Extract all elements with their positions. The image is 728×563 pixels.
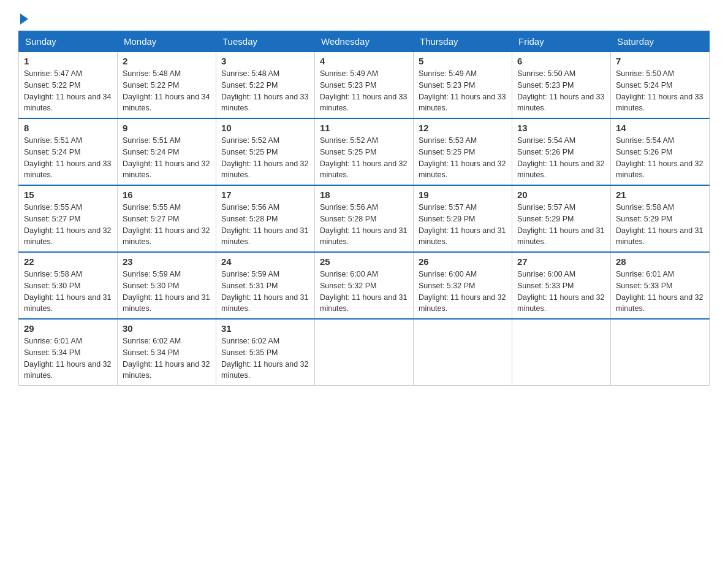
day-info: Sunrise: 5:48 AMSunset: 5:22 PMDaylight:…	[221, 69, 308, 112]
day-info: Sunrise: 5:52 AMSunset: 5:25 PMDaylight:…	[221, 136, 308, 179]
calendar-day-cell: 6 Sunrise: 5:50 AMSunset: 5:23 PMDayligh…	[512, 52, 611, 119]
day-number: 17	[221, 190, 309, 200]
day-number: 2	[123, 56, 211, 66]
calendar-week-row: 1 Sunrise: 5:47 AMSunset: 5:22 PMDayligh…	[19, 52, 710, 119]
day-info: Sunrise: 5:56 AMSunset: 5:28 PMDaylight:…	[320, 203, 407, 246]
calendar-day-cell: 28 Sunrise: 6:01 AMSunset: 5:33 PMDaylig…	[611, 252, 710, 319]
calendar-day-cell: 30 Sunrise: 6:02 AMSunset: 5:34 PMDaylig…	[118, 319, 216, 386]
calendar-day-cell: 20 Sunrise: 5:57 AMSunset: 5:29 PMDaylig…	[512, 185, 611, 252]
calendar-day-cell: 3 Sunrise: 5:48 AMSunset: 5:22 PMDayligh…	[216, 52, 315, 119]
calendar-day-cell	[315, 319, 414, 386]
day-info: Sunrise: 5:54 AMSunset: 5:26 PMDaylight:…	[517, 136, 604, 179]
calendar-day-cell: 5 Sunrise: 5:49 AMSunset: 5:23 PMDayligh…	[414, 52, 512, 119]
calendar-day-cell: 1 Sunrise: 5:47 AMSunset: 5:22 PMDayligh…	[19, 52, 118, 119]
logo	[18, 12, 28, 25]
calendar-day-cell: 31 Sunrise: 6:02 AMSunset: 5:35 PMDaylig…	[216, 319, 315, 386]
calendar-day-cell	[512, 319, 611, 386]
calendar-day-cell: 15 Sunrise: 5:55 AMSunset: 5:27 PMDaylig…	[19, 185, 118, 252]
day-number: 6	[517, 56, 605, 66]
day-number: 12	[419, 123, 507, 133]
day-number: 1	[24, 56, 112, 66]
logo-arrow-icon	[20, 13, 28, 25]
day-info: Sunrise: 5:50 AMSunset: 5:23 PMDaylight:…	[517, 69, 604, 112]
calendar-day-cell: 25 Sunrise: 6:00 AMSunset: 5:32 PMDaylig…	[315, 252, 414, 319]
calendar-day-cell: 18 Sunrise: 5:56 AMSunset: 5:28 PMDaylig…	[315, 185, 414, 252]
calendar-week-row: 8 Sunrise: 5:51 AMSunset: 5:24 PMDayligh…	[19, 118, 710, 185]
weekday-header-wednesday: Wednesday	[315, 31, 414, 52]
day-number: 11	[320, 123, 408, 133]
day-info: Sunrise: 5:49 AMSunset: 5:23 PMDaylight:…	[320, 69, 407, 112]
calendar-day-cell: 17 Sunrise: 5:56 AMSunset: 5:28 PMDaylig…	[216, 185, 315, 252]
calendar-day-cell: 16 Sunrise: 5:55 AMSunset: 5:27 PMDaylig…	[118, 185, 216, 252]
weekday-header-row: SundayMondayTuesdayWednesdayThursdayFrid…	[19, 31, 710, 52]
calendar-week-row: 15 Sunrise: 5:55 AMSunset: 5:27 PMDaylig…	[19, 185, 710, 252]
calendar-day-cell: 29 Sunrise: 6:01 AMSunset: 5:34 PMDaylig…	[19, 319, 118, 386]
day-info: Sunrise: 5:54 AMSunset: 5:26 PMDaylight:…	[616, 136, 703, 179]
day-number: 20	[517, 190, 605, 200]
day-number: 25	[320, 256, 408, 267]
day-info: Sunrise: 6:02 AMSunset: 5:34 PMDaylight:…	[123, 337, 210, 380]
calendar-week-row: 22 Sunrise: 5:58 AMSunset: 5:30 PMDaylig…	[19, 252, 710, 319]
day-number: 21	[616, 190, 704, 200]
calendar-day-cell: 27 Sunrise: 6:00 AMSunset: 5:33 PMDaylig…	[512, 252, 611, 319]
day-info: Sunrise: 5:51 AMSunset: 5:24 PMDaylight:…	[24, 136, 111, 179]
day-info: Sunrise: 5:49 AMSunset: 5:23 PMDaylight:…	[419, 69, 506, 112]
day-info: Sunrise: 5:50 AMSunset: 5:24 PMDaylight:…	[616, 69, 703, 112]
day-number: 30	[123, 323, 211, 334]
day-number: 4	[320, 56, 408, 66]
calendar-day-cell: 22 Sunrise: 5:58 AMSunset: 5:30 PMDaylig…	[19, 252, 118, 319]
page-header	[18, 12, 710, 25]
day-number: 9	[123, 123, 211, 133]
day-number: 3	[221, 56, 309, 66]
day-info: Sunrise: 5:48 AMSunset: 5:22 PMDaylight:…	[123, 69, 210, 112]
day-info: Sunrise: 6:01 AMSunset: 5:33 PMDaylight:…	[616, 270, 703, 313]
day-number: 31	[221, 323, 309, 334]
calendar-day-cell: 9 Sunrise: 5:51 AMSunset: 5:24 PMDayligh…	[118, 118, 216, 185]
calendar-day-cell: 8 Sunrise: 5:51 AMSunset: 5:24 PMDayligh…	[19, 118, 118, 185]
day-number: 16	[123, 190, 211, 200]
calendar-day-cell: 26 Sunrise: 6:00 AMSunset: 5:32 PMDaylig…	[414, 252, 512, 319]
day-info: Sunrise: 5:57 AMSunset: 5:29 PMDaylight:…	[517, 203, 604, 246]
day-number: 26	[419, 256, 507, 267]
weekday-header-saturday: Saturday	[611, 31, 710, 52]
day-number: 29	[24, 323, 112, 334]
day-info: Sunrise: 6:02 AMSunset: 5:35 PMDaylight:…	[221, 337, 308, 380]
calendar-day-cell: 19 Sunrise: 5:57 AMSunset: 5:29 PMDaylig…	[414, 185, 512, 252]
weekday-header-sunday: Sunday	[19, 31, 118, 52]
day-info: Sunrise: 5:57 AMSunset: 5:29 PMDaylight:…	[419, 203, 506, 246]
day-info: Sunrise: 6:00 AMSunset: 5:33 PMDaylight:…	[517, 270, 604, 313]
day-info: Sunrise: 5:59 AMSunset: 5:31 PMDaylight:…	[221, 270, 308, 313]
calendar-day-cell	[414, 319, 512, 386]
calendar-day-cell: 14 Sunrise: 5:54 AMSunset: 5:26 PMDaylig…	[611, 118, 710, 185]
day-info: Sunrise: 5:59 AMSunset: 5:30 PMDaylight:…	[123, 270, 210, 313]
calendar-day-cell	[611, 319, 710, 386]
calendar-day-cell: 4 Sunrise: 5:49 AMSunset: 5:23 PMDayligh…	[315, 52, 414, 119]
calendar-day-cell: 11 Sunrise: 5:52 AMSunset: 5:25 PMDaylig…	[315, 118, 414, 185]
calendar-day-cell: 2 Sunrise: 5:48 AMSunset: 5:22 PMDayligh…	[118, 52, 216, 119]
day-number: 18	[320, 190, 408, 200]
day-info: Sunrise: 6:00 AMSunset: 5:32 PMDaylight:…	[419, 270, 506, 313]
calendar-day-cell: 23 Sunrise: 5:59 AMSunset: 5:30 PMDaylig…	[118, 252, 216, 319]
day-info: Sunrise: 5:58 AMSunset: 5:30 PMDaylight:…	[24, 270, 111, 313]
weekday-header-friday: Friday	[512, 31, 611, 52]
day-number: 28	[616, 256, 704, 267]
day-info: Sunrise: 5:55 AMSunset: 5:27 PMDaylight:…	[123, 203, 210, 246]
day-info: Sunrise: 6:00 AMSunset: 5:32 PMDaylight:…	[320, 270, 407, 313]
day-number: 13	[517, 123, 605, 133]
calendar-day-cell: 21 Sunrise: 5:58 AMSunset: 5:29 PMDaylig…	[611, 185, 710, 252]
day-number: 24	[221, 256, 309, 267]
day-number: 27	[517, 256, 605, 267]
day-number: 14	[616, 123, 704, 133]
weekday-header-thursday: Thursday	[414, 31, 512, 52]
calendar-week-row: 29 Sunrise: 6:01 AMSunset: 5:34 PMDaylig…	[19, 319, 710, 386]
day-number: 8	[24, 123, 112, 133]
day-number: 5	[419, 56, 507, 66]
calendar-table: SundayMondayTuesdayWednesdayThursdayFrid…	[18, 31, 710, 386]
calendar-day-cell: 12 Sunrise: 5:53 AMSunset: 5:25 PMDaylig…	[414, 118, 512, 185]
day-number: 19	[419, 190, 507, 200]
day-info: Sunrise: 5:53 AMSunset: 5:25 PMDaylight:…	[419, 136, 506, 179]
day-number: 22	[24, 256, 112, 267]
weekday-header-tuesday: Tuesday	[216, 31, 315, 52]
day-number: 15	[24, 190, 112, 200]
day-info: Sunrise: 5:51 AMSunset: 5:24 PMDaylight:…	[123, 136, 210, 179]
